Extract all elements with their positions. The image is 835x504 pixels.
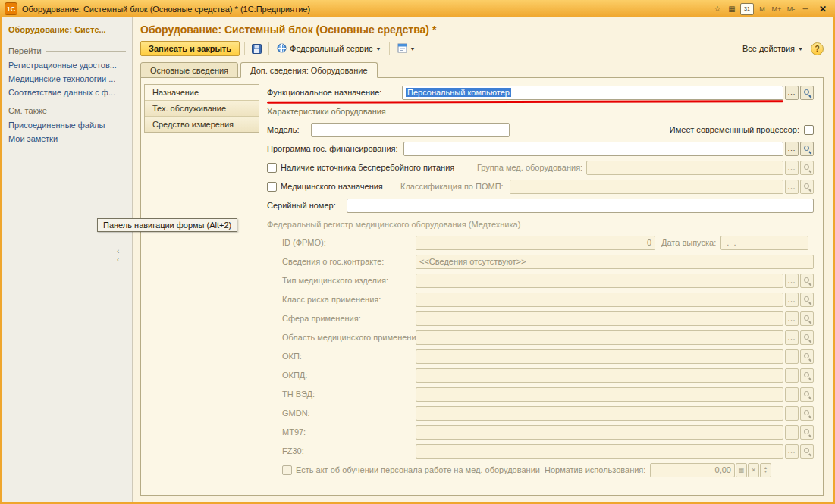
sidebar-link-my-notes[interactable]: Мои заметки: [8, 134, 126, 143]
choose-button[interactable]: ...: [785, 311, 799, 326]
training-act-checkbox[interactable]: [282, 465, 292, 475]
choose-button[interactable]: ...: [785, 387, 799, 402]
open-button[interactable]: [800, 142, 814, 156]
choose-button[interactable]: ...: [785, 330, 799, 345]
release-date-input[interactable]: . .: [720, 236, 808, 250]
spin-down-icon[interactable]: ▼: [764, 470, 768, 474]
open-button[interactable]: [800, 406, 814, 421]
sidebar-link-registration-certificates[interactable]: Регистрационные удостов...: [8, 61, 126, 70]
sidebar-link-data-compliance[interactable]: Соответствие данных с ф...: [8, 88, 126, 97]
open-button[interactable]: [800, 330, 814, 345]
gov-program-input[interactable]: [403, 142, 783, 156]
federal-service-label: Федеральный сервис: [290, 44, 373, 53]
tab-additional-info[interactable]: Доп. сведения: Оборудование: [240, 62, 378, 78]
ups-checkbox[interactable]: [267, 163, 277, 173]
field-label: Область медицинского применения:: [282, 333, 416, 342]
minimize-button[interactable]: ─: [799, 3, 811, 15]
form-actions-button[interactable]: ▼: [394, 42, 419, 56]
tabstrip: Основные сведения Доп. сведения: Оборудо…: [133, 61, 833, 78]
close-button[interactable]: ✕: [817, 3, 829, 15]
id-frmo-value: 0: [647, 238, 651, 247]
med-device-type-input[interactable]: [416, 274, 783, 288]
tab-main-info[interactable]: Основные сведения: [140, 62, 238, 78]
federal-service-button[interactable]: Федеральный сервис ▼: [274, 42, 385, 56]
fz30-input[interactable]: [416, 444, 783, 459]
okp-input[interactable]: [416, 349, 783, 364]
open-button[interactable]: [800, 349, 814, 364]
calc-button[interactable]: ▦: [736, 463, 747, 477]
history-grid-icon[interactable]: ▦: [726, 3, 738, 15]
open-button[interactable]: [800, 387, 814, 402]
spin-buttons[interactable]: ▲▼: [760, 463, 771, 477]
open-button[interactable]: [800, 444, 814, 459]
field-label: ID (ФРМО):: [282, 238, 416, 247]
open-button[interactable]: [800, 368, 814, 383]
serial-number-input[interactable]: [347, 199, 814, 213]
magnifier-icon: [803, 371, 811, 380]
save-and-close-button[interactable]: Записать и закрыть: [140, 41, 240, 56]
form-row-serial: Серийный номер:: [267, 198, 814, 213]
open-button[interactable]: [800, 293, 814, 307]
application-sphere-input[interactable]: [416, 311, 783, 326]
choose-button[interactable]: ...: [785, 293, 799, 307]
open-button[interactable]: [800, 86, 814, 100]
choose-button[interactable]: ...: [785, 368, 799, 383]
open-button[interactable]: [800, 425, 814, 440]
usage-norm-input[interactable]: 0,00: [650, 463, 735, 477]
field-label: Класс риска применения:: [282, 295, 416, 304]
calendar-icon[interactable]: 31: [740, 3, 754, 15]
model-input[interactable]: [311, 123, 510, 137]
open-button[interactable]: [800, 274, 814, 288]
contract-info-input[interactable]: <<Сведения отсутствуют>>: [416, 255, 814, 269]
form-row-tnved: ТН ВЭД: ...: [282, 387, 814, 402]
open-button[interactable]: [800, 180, 814, 194]
okpd-input[interactable]: [416, 368, 783, 383]
app-window: 1С Оборудование: Системный блок (Основны…: [0, 0, 835, 504]
choose-button[interactable]: ...: [785, 142, 799, 156]
choose-button[interactable]: ...: [785, 406, 799, 421]
choose-button[interactable]: ...: [785, 425, 799, 440]
id-frmo-input[interactable]: 0: [416, 236, 655, 250]
group-characteristics: Характеристики оборудования: [267, 105, 814, 117]
gmdn-input[interactable]: [416, 406, 783, 421]
choose-button[interactable]: ...: [785, 274, 799, 288]
sidebar-link-medical-technologies[interactable]: Медицинские технологии ...: [8, 74, 126, 83]
splitter-grip[interactable]: ‹ ‹: [117, 247, 119, 264]
med-group-input[interactable]: [586, 161, 783, 175]
field-label: ТН ВЭД:: [282, 390, 416, 399]
side-tab-measuring[interactable]: Средство измерения: [145, 117, 259, 132]
save-icon[interactable]: [250, 43, 264, 55]
choose-button[interactable]: ...: [785, 86, 799, 100]
side-tab-maintenance[interactable]: Тех. обслуживание: [145, 101, 259, 117]
functional-purpose-input[interactable]: Персональный компьютер: [402, 86, 783, 100]
form-row-med-device-type: Тип медицинского изделия: ...: [282, 273, 814, 288]
magnifier-icon: [803, 145, 811, 153]
memory-minus-button[interactable]: M-: [785, 3, 797, 15]
sidebar-link-attached-files[interactable]: Присоединенные файлы: [8, 121, 126, 130]
med-application-area-input[interactable]: [416, 330, 783, 345]
choose-button[interactable]: ...: [785, 444, 799, 459]
side-tab-purpose[interactable]: Назначение: [145, 85, 259, 101]
sidebar-section-go: Перейти: [8, 46, 126, 55]
choose-button[interactable]: ...: [785, 161, 799, 175]
tnved-input[interactable]: [416, 387, 783, 402]
favorites-star-icon[interactable]: ☆: [711, 3, 724, 15]
pomp-classification-input[interactable]: [510, 180, 783, 194]
memory-plus-button[interactable]: M+: [771, 3, 783, 15]
magnifier-icon: [803, 333, 811, 342]
risk-class-input[interactable]: [416, 293, 783, 307]
clear-button[interactable]: ✕: [748, 463, 759, 477]
choose-button[interactable]: ...: [785, 349, 799, 364]
open-button[interactable]: [800, 311, 814, 326]
help-button[interactable]: ?: [811, 42, 824, 55]
med-purpose-checkbox[interactable]: [267, 182, 277, 192]
modern-cpu-checkbox[interactable]: [804, 125, 814, 135]
globe-icon: [277, 43, 287, 55]
all-actions-button[interactable]: Все действия ▼: [739, 42, 806, 55]
mt97-input[interactable]: [416, 425, 783, 440]
window-frame: Оборудование: Систе... Перейти Регистрац…: [0, 17, 835, 504]
open-button[interactable]: [800, 161, 814, 175]
sidebar-root-link[interactable]: Оборудование: Систе...: [8, 25, 126, 34]
memory-button[interactable]: M: [756, 3, 768, 15]
choose-button[interactable]: ...: [785, 180, 799, 194]
